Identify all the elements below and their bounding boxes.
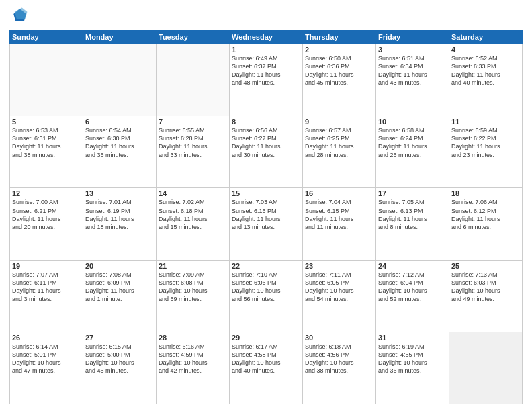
calendar-cell: 12Sunrise: 7:00 AM Sunset: 6:21 PM Dayli… (10, 188, 83, 260)
calendar-cell (83, 44, 157, 116)
day-number: 27 (85, 334, 154, 342)
day-info: Sunrise: 7:11 AM Sunset: 6:05 PM Dayligh… (305, 271, 373, 304)
calendar-cell: 18Sunrise: 7:06 AM Sunset: 6:12 PM Dayli… (449, 188, 523, 260)
day-number: 5 (12, 118, 81, 126)
day-info: Sunrise: 6:58 AM Sunset: 6:24 PM Dayligh… (378, 126, 447, 159)
calendar-cell: 20Sunrise: 7:08 AM Sunset: 6:09 PM Dayli… (83, 260, 157, 332)
calendar-cell: 19Sunrise: 7:07 AM Sunset: 6:11 PM Dayli… (10, 260, 83, 332)
day-info: Sunrise: 7:03 AM Sunset: 6:16 PM Dayligh… (232, 198, 300, 231)
calendar-cell: 31Sunrise: 6:19 AM Sunset: 4:55 PM Dayli… (376, 332, 449, 404)
day-info: Sunrise: 6:55 AM Sunset: 6:28 PM Dayligh… (159, 126, 227, 159)
day-info: Sunrise: 6:53 AM Sunset: 6:31 PM Dayligh… (12, 126, 81, 159)
day-info: Sunrise: 7:10 AM Sunset: 6:06 PM Dayligh… (232, 271, 300, 304)
day-info: Sunrise: 6:54 AM Sunset: 6:30 PM Dayligh… (85, 126, 154, 159)
calendar-cell: 25Sunrise: 7:13 AM Sunset: 6:03 PM Dayli… (449, 260, 523, 332)
day-number: 19 (12, 262, 81, 270)
day-number: 15 (232, 189, 300, 197)
calendar-cell: 5Sunrise: 6:53 AM Sunset: 6:31 PM Daylig… (10, 116, 83, 188)
day-info: Sunrise: 6:17 AM Sunset: 4:58 PM Dayligh… (232, 342, 300, 375)
week-row-2: 5Sunrise: 6:53 AM Sunset: 6:31 PM Daylig… (10, 116, 523, 188)
day-header-sunday: Sunday (10, 30, 83, 44)
calendar-cell: 15Sunrise: 7:03 AM Sunset: 6:16 PM Dayli… (230, 188, 303, 260)
calendar-cell: 26Sunrise: 6:14 AM Sunset: 5:01 PM Dayli… (10, 332, 83, 404)
day-info: Sunrise: 7:02 AM Sunset: 6:18 PM Dayligh… (159, 198, 227, 231)
day-info: Sunrise: 6:51 AM Sunset: 6:34 PM Dayligh… (378, 54, 447, 87)
day-header-monday: Monday (83, 30, 157, 44)
day-info: Sunrise: 6:57 AM Sunset: 6:25 PM Dayligh… (305, 126, 373, 159)
calendar-table: SundayMondayTuesdayWednesdayThursdayFrid… (9, 30, 523, 404)
day-header-wednesday: Wednesday (230, 30, 303, 44)
day-info: Sunrise: 7:09 AM Sunset: 6:08 PM Dayligh… (159, 271, 227, 304)
calendar-cell: 13Sunrise: 7:01 AM Sunset: 6:19 PM Dayli… (83, 188, 157, 260)
day-info: Sunrise: 6:16 AM Sunset: 4:59 PM Dayligh… (159, 342, 227, 375)
calendar-cell: 23Sunrise: 7:11 AM Sunset: 6:05 PM Dayli… (303, 260, 376, 332)
calendar-cell: 22Sunrise: 7:10 AM Sunset: 6:06 PM Dayli… (230, 260, 303, 332)
day-number: 10 (378, 118, 447, 126)
calendar-cell (157, 44, 230, 116)
day-header-saturday: Saturday (449, 30, 523, 44)
calendar-cell: 28Sunrise: 6:16 AM Sunset: 4:59 PM Dayli… (157, 332, 230, 404)
day-number: 7 (159, 118, 227, 126)
calendar-cell (10, 44, 83, 116)
day-number: 21 (159, 262, 227, 270)
day-number: 29 (232, 334, 300, 342)
day-number: 3 (378, 46, 447, 54)
day-info: Sunrise: 7:06 AM Sunset: 6:12 PM Dayligh… (451, 198, 520, 231)
calendar-cell: 3Sunrise: 6:51 AM Sunset: 6:34 PM Daylig… (376, 44, 449, 116)
day-info: Sunrise: 7:01 AM Sunset: 6:19 PM Dayligh… (85, 198, 154, 231)
day-number: 14 (159, 189, 227, 197)
calendar-cell: 17Sunrise: 7:05 AM Sunset: 6:13 PM Dayli… (376, 188, 449, 260)
day-number: 9 (305, 118, 373, 126)
day-info: Sunrise: 6:15 AM Sunset: 5:00 PM Dayligh… (85, 342, 154, 375)
calendar-cell: 30Sunrise: 6:18 AM Sunset: 4:56 PM Dayli… (303, 332, 376, 404)
week-row-1: 1Sunrise: 6:49 AM Sunset: 6:37 PM Daylig… (10, 44, 523, 116)
day-number: 4 (451, 46, 520, 54)
day-number: 6 (85, 118, 154, 126)
logo (9, 7, 31, 26)
calendar-cell: 16Sunrise: 7:04 AM Sunset: 6:15 PM Dayli… (303, 188, 376, 260)
day-info: Sunrise: 7:04 AM Sunset: 6:15 PM Dayligh… (305, 198, 373, 231)
day-info: Sunrise: 7:07 AM Sunset: 6:11 PM Dayligh… (12, 271, 81, 304)
day-number: 1 (232, 46, 300, 54)
day-number: 30 (305, 334, 373, 342)
calendar-cell: 4Sunrise: 6:52 AM Sunset: 6:33 PM Daylig… (449, 44, 523, 116)
page: SundayMondayTuesdayWednesdayThursdayFrid… (0, 0, 532, 411)
day-number: 16 (305, 189, 373, 197)
calendar-cell: 7Sunrise: 6:55 AM Sunset: 6:28 PM Daylig… (157, 116, 230, 188)
week-row-4: 19Sunrise: 7:07 AM Sunset: 6:11 PM Dayli… (10, 260, 523, 332)
calendar-cell: 24Sunrise: 7:12 AM Sunset: 6:04 PM Dayli… (376, 260, 449, 332)
calendar-cell: 2Sunrise: 6:50 AM Sunset: 6:36 PM Daylig… (303, 44, 376, 116)
svg-marker-1 (15, 8, 28, 19)
day-info: Sunrise: 7:00 AM Sunset: 6:21 PM Dayligh… (12, 198, 81, 231)
day-number: 25 (451, 262, 520, 270)
calendar-cell: 14Sunrise: 7:02 AM Sunset: 6:18 PM Dayli… (157, 188, 230, 260)
calendar-cell: 21Sunrise: 7:09 AM Sunset: 6:08 PM Dayli… (157, 260, 230, 332)
calendar-cell: 29Sunrise: 6:17 AM Sunset: 4:58 PM Dayli… (230, 332, 303, 404)
calendar-header-row: SundayMondayTuesdayWednesdayThursdayFrid… (10, 30, 523, 44)
day-info: Sunrise: 6:18 AM Sunset: 4:56 PM Dayligh… (305, 342, 373, 375)
week-row-3: 12Sunrise: 7:00 AM Sunset: 6:21 PM Dayli… (10, 188, 523, 260)
day-info: Sunrise: 7:08 AM Sunset: 6:09 PM Dayligh… (85, 271, 154, 304)
calendar-cell (449, 332, 523, 404)
calendar-cell: 8Sunrise: 6:56 AM Sunset: 6:27 PM Daylig… (230, 116, 303, 188)
day-number: 2 (305, 46, 373, 54)
day-number: 12 (12, 189, 81, 197)
calendar-cell: 9Sunrise: 6:57 AM Sunset: 6:25 PM Daylig… (303, 116, 376, 188)
day-info: Sunrise: 6:19 AM Sunset: 4:55 PM Dayligh… (378, 342, 447, 375)
day-info: Sunrise: 6:59 AM Sunset: 6:22 PM Dayligh… (451, 126, 520, 159)
day-number: 24 (378, 262, 447, 270)
day-number: 31 (378, 334, 447, 342)
calendar-cell: 10Sunrise: 6:58 AM Sunset: 6:24 PM Dayli… (376, 116, 449, 188)
calendar-cell: 27Sunrise: 6:15 AM Sunset: 5:00 PM Dayli… (83, 332, 157, 404)
day-info: Sunrise: 7:13 AM Sunset: 6:03 PM Dayligh… (451, 271, 520, 304)
header (9, 7, 523, 26)
day-info: Sunrise: 6:49 AM Sunset: 6:37 PM Dayligh… (232, 54, 300, 87)
week-row-5: 26Sunrise: 6:14 AM Sunset: 5:01 PM Dayli… (10, 332, 523, 404)
day-info: Sunrise: 6:14 AM Sunset: 5:01 PM Dayligh… (12, 342, 81, 375)
day-number: 23 (305, 262, 373, 270)
day-number: 13 (85, 189, 154, 197)
day-info: Sunrise: 6:50 AM Sunset: 6:36 PM Dayligh… (305, 54, 373, 87)
day-number: 11 (451, 118, 520, 126)
calendar-cell: 1Sunrise: 6:49 AM Sunset: 6:37 PM Daylig… (230, 44, 303, 116)
calendar-cell: 6Sunrise: 6:54 AM Sunset: 6:30 PM Daylig… (83, 116, 157, 188)
